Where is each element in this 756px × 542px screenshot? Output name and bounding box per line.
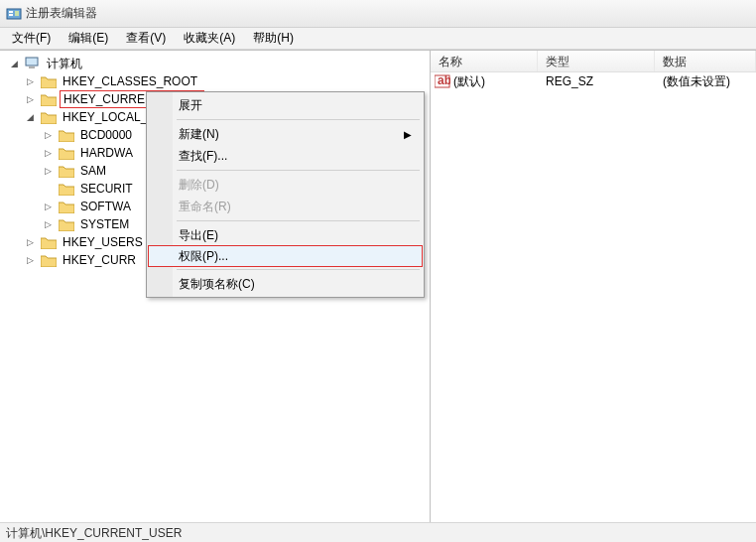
menu-edit[interactable]: 编辑(E) <box>61 28 116 49</box>
context-menu: 展开 新建(N)▶ 查找(F)... 删除(D) 重命名(R) 导出(E) 权限… <box>146 91 425 298</box>
expand-icon[interactable]: ▷ <box>24 93 36 105</box>
no-expand-icon <box>42 183 54 195</box>
tree-item-label: HKEY_CLASSES_ROOT <box>60 73 200 89</box>
ctx-permissions[interactable]: 权限(P)... <box>148 245 423 267</box>
folder-icon <box>59 182 74 196</box>
menu-favorites[interactable]: 收藏夹(A) <box>176 28 243 49</box>
expand-icon[interactable]: ▷ <box>42 218 54 230</box>
list-header: 名称 类型 数据 <box>431 51 756 72</box>
tree-item-label: HKEY_CURR <box>60 252 139 268</box>
svg-rect-3 <box>15 11 19 16</box>
ctx-new[interactable]: 新建(N)▶ <box>149 123 422 145</box>
title-bar: 注册表编辑器 <box>0 0 756 28</box>
expand-icon[interactable]: ▷ <box>42 165 54 177</box>
value-type: REG_SZ <box>538 74 655 88</box>
tree-item-label: BCD0000 <box>77 127 135 143</box>
regedit-icon <box>6 6 22 22</box>
folder-icon <box>41 253 57 267</box>
ctx-export[interactable]: 导出(E) <box>149 224 422 246</box>
status-bar: 计算机\HKEY_CURRENT_USER <box>0 522 756 542</box>
folder-icon <box>41 110 57 124</box>
menu-file[interactable]: 文件(F) <box>4 28 59 49</box>
svg-text:ab: ab <box>438 74 450 87</box>
status-path: 计算机\HKEY_CURRENT_USER <box>6 526 182 540</box>
ctx-delete: 删除(D) <box>149 174 422 196</box>
folder-icon <box>59 164 74 178</box>
folder-icon <box>41 74 57 88</box>
col-data-header[interactable]: 数据 <box>655 51 756 71</box>
folder-icon <box>41 92 57 106</box>
folder-icon <box>59 200 74 213</box>
computer-icon <box>25 57 41 70</box>
ctx-rename: 重命名(R) <box>149 196 422 217</box>
expand-icon[interactable]: ▷ <box>42 129 54 141</box>
value-name: (默认) <box>453 73 485 90</box>
expand-icon[interactable]: ▷ <box>42 147 54 159</box>
window-title: 注册表编辑器 <box>26 5 97 22</box>
list-row[interactable]: ab (默认) REG_SZ (数值未设置) <box>431 72 756 90</box>
svg-rect-5 <box>29 67 35 68</box>
menu-help[interactable]: 帮助(H) <box>245 28 302 49</box>
ctx-separator <box>177 170 420 171</box>
folder-icon <box>59 146 74 160</box>
tree-item-label: HARDWA <box>77 145 136 161</box>
menu-view[interactable]: 查看(V) <box>118 28 174 49</box>
value-list-pane: 名称 类型 数据 ab (默认) REG_SZ (数值未设置) <box>431 51 756 522</box>
col-name-header[interactable]: 名称 <box>431 51 538 71</box>
ctx-separator <box>177 269 420 270</box>
tree-item-label: SOFTWA <box>77 199 134 214</box>
ctx-copy-key-name[interactable]: 复制项名称(C) <box>149 273 422 295</box>
col-type-header[interactable]: 类型 <box>538 51 655 71</box>
collapse-icon[interactable]: ◢ <box>24 111 36 123</box>
ctx-expand[interactable]: 展开 <box>149 94 422 116</box>
tree-item-label: SYSTEM <box>77 216 132 232</box>
value-data: (数值未设置) <box>655 73 756 90</box>
tree-item-label: SECURIT <box>77 181 136 197</box>
string-value-icon: ab <box>435 74 450 88</box>
ctx-find[interactable]: 查找(F)... <box>149 145 422 167</box>
expand-icon[interactable]: ▷ <box>24 75 36 87</box>
expand-icon[interactable]: ▷ <box>24 254 36 266</box>
ctx-separator <box>177 119 420 120</box>
tree-root[interactable]: ◢ 计算机 <box>2 55 428 72</box>
submenu-arrow-icon: ▶ <box>404 129 412 140</box>
folder-icon <box>59 128 74 142</box>
menu-bar: 文件(F) 编辑(E) 查看(V) 收藏夹(A) 帮助(H) <box>0 28 756 50</box>
ctx-separator <box>177 220 420 221</box>
svg-rect-1 <box>9 11 13 13</box>
tree-item-hkcr[interactable]: ▷ HKEY_CLASSES_ROOT <box>2 72 428 90</box>
expand-icon[interactable]: ▷ <box>42 201 54 212</box>
tree-root-label: 计算机 <box>44 55 85 73</box>
tree-item-label: HKEY_USERS <box>60 234 146 250</box>
svg-rect-4 <box>26 58 38 66</box>
collapse-icon[interactable]: ◢ <box>8 58 20 69</box>
folder-icon <box>59 217 74 231</box>
svg-rect-2 <box>9 14 13 16</box>
folder-icon <box>41 235 57 249</box>
expand-icon[interactable]: ▷ <box>24 236 36 248</box>
tree-item-label: SAM <box>77 163 109 179</box>
